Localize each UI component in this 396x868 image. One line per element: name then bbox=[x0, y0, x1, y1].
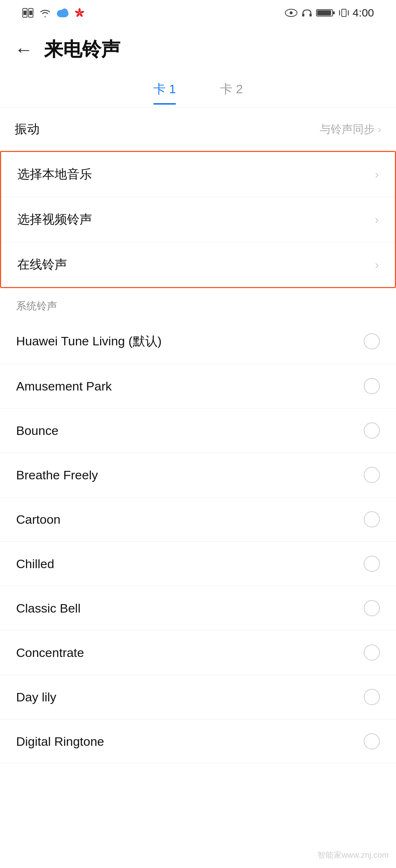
radio-button[interactable] bbox=[364, 467, 380, 483]
ringtone-item[interactable]: Bounce bbox=[0, 408, 396, 453]
radio-button[interactable] bbox=[364, 644, 380, 661]
ringtone-list: Huawei Tune Living (默认)Amusement ParkBou… bbox=[0, 319, 396, 764]
ringtone-item[interactable]: Cartoon bbox=[0, 497, 396, 542]
system-ringtones-header: 系统铃声 bbox=[0, 288, 396, 319]
ringtone-name: Concentrate bbox=[16, 646, 84, 660]
radio-button[interactable] bbox=[364, 378, 380, 394]
headphone-icon bbox=[301, 8, 312, 18]
radio-button[interactable] bbox=[364, 556, 380, 572]
radio-button[interactable] bbox=[364, 600, 380, 616]
ringtone-item[interactable]: Concentrate bbox=[0, 631, 396, 675]
highlighted-section: 选择本地音乐 › 选择视频铃声 › 在线铃声 › bbox=[0, 151, 396, 288]
tab-card2[interactable]: 卡 2 bbox=[220, 81, 243, 103]
sim-icon bbox=[22, 8, 34, 18]
status-time: 4:00 bbox=[353, 7, 374, 19]
status-bar-left bbox=[22, 8, 85, 18]
svg-rect-3 bbox=[29, 11, 32, 15]
radio-button[interactable] bbox=[364, 689, 380, 705]
vibration-label: 振动 bbox=[15, 121, 40, 138]
radio-button[interactable] bbox=[364, 511, 380, 527]
svg-rect-18 bbox=[333, 11, 335, 14]
ringtone-name: Chilled bbox=[16, 557, 54, 571]
ringtone-name: Day lily bbox=[16, 690, 56, 704]
ringtone-item[interactable]: Huawei Tune Living (默认) bbox=[0, 319, 396, 364]
page-title: 来电铃声 bbox=[44, 37, 120, 62]
ringtone-item[interactable]: Digital Ringtone bbox=[0, 719, 396, 764]
svg-rect-17 bbox=[317, 10, 331, 15]
ringtone-item[interactable]: Amusement Park bbox=[0, 364, 396, 408]
svg-rect-2 bbox=[23, 11, 26, 15]
ringtone-name: Cartoon bbox=[16, 512, 60, 527]
radio-button[interactable] bbox=[364, 422, 380, 439]
menu-item-video-ringtone[interactable]: 选择视频铃声 › bbox=[1, 197, 395, 242]
ringtone-name: Huawei Tune Living (默认) bbox=[16, 333, 162, 350]
back-button[interactable]: ← bbox=[15, 40, 33, 59]
wifi-icon bbox=[39, 8, 51, 18]
svg-point-13 bbox=[290, 11, 293, 14]
svg-rect-14 bbox=[302, 14, 304, 17]
video-ringtone-chevron: › bbox=[375, 213, 379, 226]
svg-rect-15 bbox=[309, 14, 312, 17]
ringtone-name: Bounce bbox=[16, 424, 58, 438]
vibrate-icon bbox=[339, 8, 349, 18]
ringtone-item[interactable]: Breathe Freely bbox=[0, 453, 396, 497]
tab-card1[interactable]: 卡 1 bbox=[153, 81, 176, 103]
vibration-value[interactable]: 与铃声同步 › bbox=[320, 122, 381, 137]
ringtone-item[interactable]: Classic Bell bbox=[0, 586, 396, 631]
ringtone-item[interactable]: Day lily bbox=[0, 675, 396, 719]
svg-point-6 bbox=[61, 8, 68, 15]
online-ringtone-chevron: › bbox=[375, 258, 379, 272]
status-bar: 4:00 bbox=[0, 0, 396, 26]
header: ← 来电铃声 bbox=[0, 26, 396, 70]
cloud-icon bbox=[56, 8, 69, 18]
radio-button[interactable] bbox=[364, 733, 380, 749]
battery-icon bbox=[316, 8, 335, 18]
menu-item-online-ringtone[interactable]: 在线铃声 › bbox=[1, 242, 395, 287]
ringtone-name: Digital Ringtone bbox=[16, 734, 104, 749]
menu-item-local-music[interactable]: 选择本地音乐 › bbox=[1, 152, 395, 197]
vibration-chevron: › bbox=[378, 123, 381, 135]
svg-rect-19 bbox=[342, 9, 346, 17]
tabs-container: 卡 1 卡 2 bbox=[0, 70, 396, 108]
ringtone-name: Amusement Park bbox=[16, 379, 112, 393]
ringtone-name: Classic Bell bbox=[16, 601, 81, 615]
ringtone-item[interactable]: Chilled bbox=[0, 542, 396, 586]
huawei-icon bbox=[74, 8, 85, 18]
status-bar-right: 4:00 bbox=[285, 7, 374, 19]
vibration-row[interactable]: 振动 与铃声同步 › bbox=[0, 108, 396, 151]
local-music-chevron: › bbox=[375, 168, 379, 181]
radio-button[interactable] bbox=[364, 333, 380, 349]
eye-icon bbox=[285, 8, 298, 18]
watermark: 智能家www.znj.com bbox=[318, 850, 389, 861]
ringtone-name: Breathe Freely bbox=[16, 468, 98, 482]
